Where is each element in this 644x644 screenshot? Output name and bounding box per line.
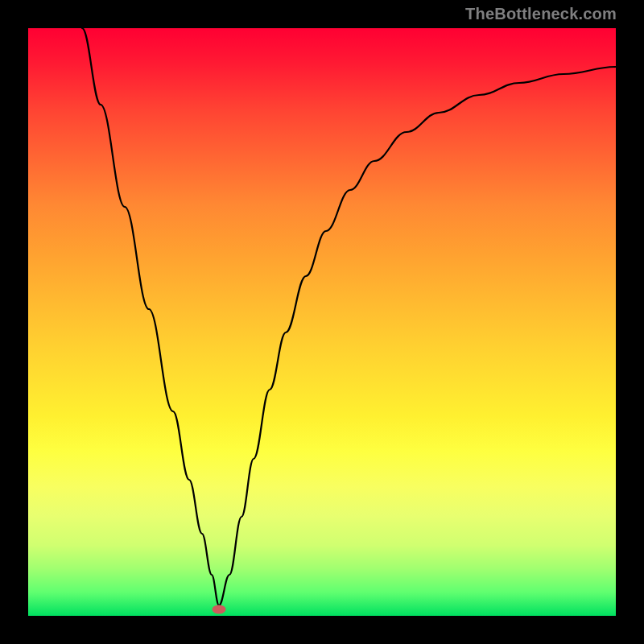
plot-area bbox=[28, 28, 616, 616]
attribution-text: TheBottleneck.com bbox=[465, 5, 617, 23]
min-point-marker bbox=[213, 605, 226, 614]
chart-frame: TheBottleneck.com bbox=[0, 0, 644, 644]
curve-svg bbox=[28, 28, 616, 616]
bottleneck-curve bbox=[82, 28, 616, 605]
